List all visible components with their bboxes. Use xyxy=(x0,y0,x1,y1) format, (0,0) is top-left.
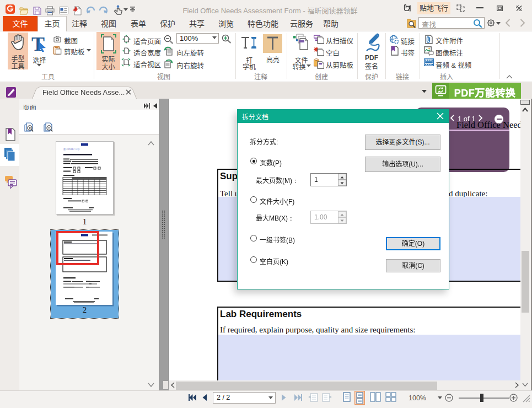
svg-text:globalcorp: globalcorp xyxy=(63,147,80,151)
